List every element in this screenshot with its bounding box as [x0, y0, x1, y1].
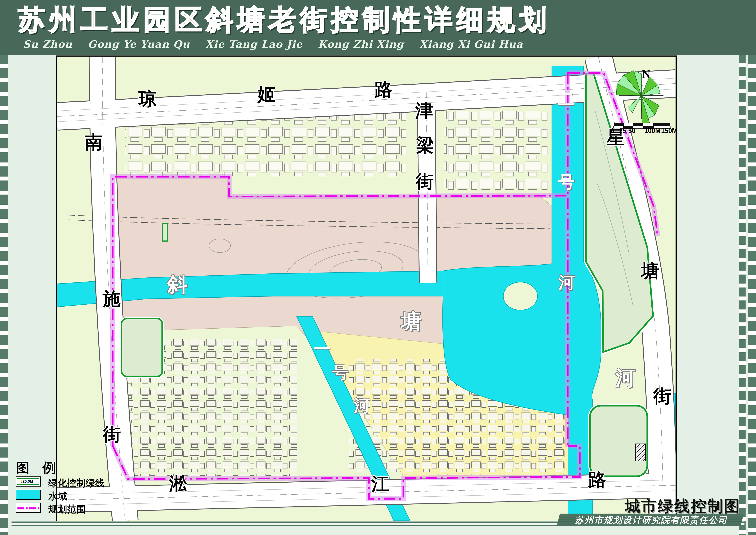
green-line-swatch: ↕ 20.0M [16, 476, 41, 487]
boundary-swatch [16, 503, 41, 513]
legend-label-boundary: 规划范围 [48, 503, 86, 516]
southeast-park [590, 406, 647, 476]
company-name: 苏州市规划设计研究院有限责任公司 [563, 514, 740, 526]
green-line-width-note: 20.0M [22, 479, 33, 484]
scale-bar [614, 123, 670, 128]
legend-title: 图 例 [16, 459, 61, 477]
planning-map-sheet: { "header": { "title": "苏州工业园区斜塘老街控制性详细规… [0, 0, 756, 535]
right-border-filmstrip [748, 54, 756, 535]
map-artwork [57, 57, 676, 521]
west-park [122, 319, 162, 376]
map-canvas[interactable] [56, 55, 677, 522]
legend-label-green-line: 绿化控制绿线 [48, 477, 104, 490]
right-inner-filmstrip [739, 54, 745, 535]
water-swatch [16, 490, 41, 500]
small-green-plot [162, 224, 167, 241]
sheet-title-pinyin: Su Zhou Gong Ye Yuan Qu Xie Tang Lao Jie… [23, 38, 523, 50]
northeast-blocks [444, 111, 548, 190]
legend-label-water: 水域 [48, 490, 67, 503]
legend: 图 例 ↕ 20.0M 绿化控制绿线 水域 规划范围 [11, 458, 126, 519]
river-island [503, 282, 537, 310]
sheet-title: 苏州工业园区斜塘老街控制性详细规划 [18, 1, 551, 38]
left-border-filmstrip [0, 54, 8, 535]
title-band: 苏州工业园区斜塘老街控制性详细规划 Su Zhou Gong Ye Yuan Q… [0, 0, 756, 55]
